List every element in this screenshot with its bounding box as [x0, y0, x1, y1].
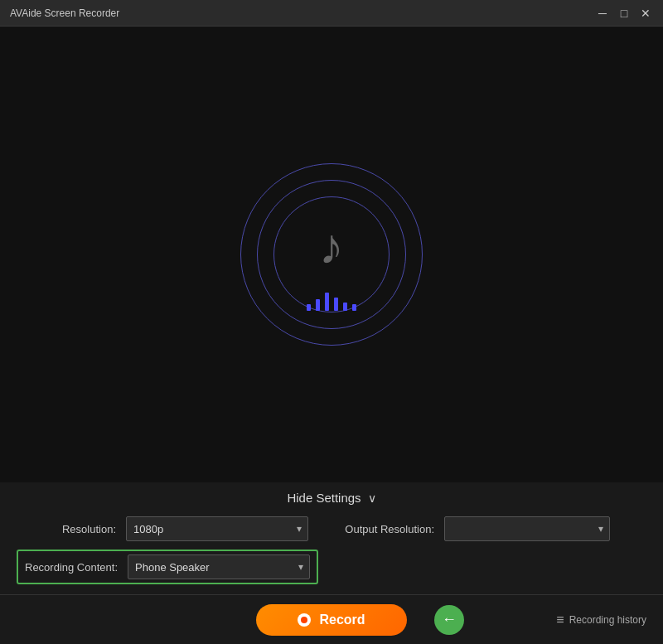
audio-viz-area: ♪	[0, 27, 663, 482]
resolution-row: Resolution: 720p 1080p 1440p 4K ▾ Output…	[17, 516, 646, 541]
resolution-select-wrapper: 720p 1080p 1440p 4K ▾	[126, 516, 308, 541]
bottom-bar: Record ← ≡ Recording history	[0, 594, 663, 644]
eq-bar-1	[307, 304, 311, 311]
record-dot-icon	[298, 613, 311, 627]
title-bar: AVAide Screen Recorder ─ □ ✕	[0, 0, 663, 27]
output-resolution-select-wrapper: ▾	[444, 516, 610, 541]
arrow-circle-icon: ←	[434, 605, 464, 635]
recording-content-select[interactable]: Phone Speaker System Audio Microphone Bo…	[128, 554, 310, 579]
close-button[interactable]: ✕	[638, 6, 653, 21]
recording-history-label: Recording history	[569, 614, 646, 626]
settings-rows: Resolution: 720p 1080p 1440p 4K ▾ Output…	[0, 516, 663, 594]
eq-bar-4	[334, 298, 338, 311]
green-arrow: ←	[434, 605, 464, 635]
viz-center: ♪	[240, 163, 423, 346]
recording-content-row: Recording Content: Phone Speaker System …	[17, 550, 318, 584]
main-content: ♪ Hide Settings ∨ Resolution:	[0, 27, 663, 644]
eq-bar-3	[325, 293, 329, 311]
eq-bar-2	[316, 299, 320, 311]
window-controls: ─ □ ✕	[595, 6, 653, 21]
hide-settings-row[interactable]: Hide Settings ∨	[0, 482, 663, 516]
recording-history-button[interactable]: ≡ Recording history	[556, 613, 646, 627]
chevron-down-icon: ∨	[368, 491, 376, 505]
eq-bars	[307, 293, 356, 311]
recording-content-label: Recording Content:	[25, 561, 118, 574]
resolution-select[interactable]: 720p 1080p 1440p 4K	[126, 516, 308, 541]
eq-bar-5	[343, 303, 347, 311]
output-resolution-label: Output Resolution:	[318, 523, 434, 535]
recording-content-select-wrapper: Phone Speaker System Audio Microphone Bo…	[128, 554, 310, 579]
maximize-button[interactable]: □	[617, 6, 632, 21]
record-button[interactable]: Record	[256, 604, 406, 636]
eq-bar-6	[352, 304, 356, 311]
hide-settings-label: Hide Settings	[287, 491, 361, 505]
circles-container: ♪	[240, 163, 423, 346]
music-note-icon: ♪	[319, 218, 344, 275]
recording-history-icon: ≡	[556, 613, 564, 627]
minimize-button[interactable]: ─	[595, 6, 610, 21]
output-resolution-select[interactable]	[444, 516, 610, 541]
app-title: AVAide Screen Recorder	[10, 7, 119, 19]
settings-panel: Hide Settings ∨ Resolution: 720p 1080p 1…	[0, 482, 663, 594]
resolution-label: Resolution:	[17, 523, 116, 535]
record-label: Record	[319, 613, 365, 627]
recording-content-row-outer: Recording Content: Phone Speaker System …	[17, 550, 646, 584]
